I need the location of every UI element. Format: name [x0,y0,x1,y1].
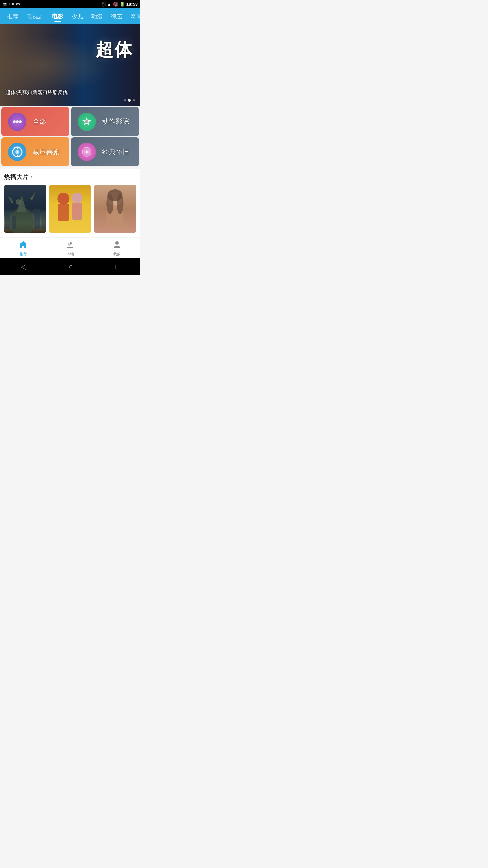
svg-rect-25 [34,209,40,229]
movie-card-comedy[interactable] [49,185,92,233]
tab-local-label: 本地 [66,252,74,257]
dot-3 [133,99,135,101]
category-comedy[interactable]: 减压喜剧 [1,137,69,166]
status-left: 📷 1 KB/s [3,2,20,6]
category-comedy-icon [8,143,26,161]
category-action-label: 动作影院 [102,117,129,126]
dot-1 [124,99,126,101]
back-button[interactable]: ◁ [21,262,26,271]
svg-point-20 [16,199,21,205]
tab-recommend-label: 推荐 [20,252,27,257]
camera-icon: 📷 [3,2,7,6]
recent-button[interactable]: □ [115,263,119,271]
battery-icon: 🔋 [120,2,125,7]
svg-rect-26 [41,214,46,229]
vibrate-icon: 📳 [100,2,106,7]
svg-rect-24 [12,216,16,229]
svg-point-30 [72,193,82,203]
svg-rect-23 [5,212,10,229]
movie-poster-comedy [49,185,92,233]
svg-marker-40 [68,241,73,246]
tab-local[interactable]: 本地 [47,238,94,258]
status-bar: 📷 1 KB/s 📳 ▲ 📵 🔋 18:53 [0,0,140,8]
svg-point-7 [17,151,18,153]
home-icon [19,240,28,251]
svg-point-14 [86,151,88,153]
svg-marker-38 [19,241,27,248]
nav-item-kids[interactable]: 少儿 [67,8,87,24]
signal-icon: 📵 [113,2,118,7]
status-right: 📳 ▲ 📵 🔋 18:53 [100,2,138,7]
svg-point-0 [13,120,16,123]
hero-banner[interactable]: 超体 超体:黑寡妇斯嘉丽炫酷复仇 [0,24,140,106]
nav-item-anime[interactable]: 动漫 [87,8,107,24]
category-all-label: 全部 [33,117,46,126]
svg-rect-29 [58,204,69,221]
category-action-icon [78,113,96,131]
wifi-icon: ▲ [107,2,111,7]
movie-row [4,185,136,233]
user-icon [113,240,121,251]
hero-dots [124,99,135,102]
svg-rect-31 [72,203,82,220]
nav-item-news[interactable]: 奇闻 [126,8,140,24]
movie-card-drama[interactable] [94,185,136,233]
hot-section: 热播大片 › [0,169,140,237]
svg-point-28 [57,193,69,205]
section-arrow[interactable]: › [30,174,32,180]
tab-my-label: 我的 [113,252,121,257]
category-action[interactable]: 动作影院 [71,107,139,136]
bottom-tab-bar: 推荐 本地 我的 [0,238,140,258]
category-classic-icon [78,143,96,161]
tab-my[interactable]: 我的 [94,238,140,258]
clock: 18:53 [126,2,138,7]
section-title: 热播大片 [4,173,28,181]
home-button[interactable]: ○ [68,263,73,271]
hero-title: 超体 [96,38,134,62]
category-all[interactable]: 全部 [1,107,69,136]
nav-item-tv[interactable]: 电视剧 [22,8,48,24]
category-all-icon [8,113,26,131]
hero-subtitle: 超体:黑寡妇斯嘉丽炫酷复仇 [5,89,68,96]
movie-card-godzilla[interactable] [4,185,46,233]
download-icon [66,240,75,251]
svg-point-1 [16,120,19,123]
category-classic-label: 经典怀旧 [102,147,129,156]
svg-point-36 [107,194,114,214]
svg-point-41 [115,241,119,245]
nav-item-recommend[interactable]: 推荐 [3,8,22,24]
dot-2 [128,99,131,102]
svg-rect-39 [67,247,73,248]
category-classic[interactable]: 经典怀旧 [71,137,139,166]
svg-point-2 [19,120,22,123]
category-grid: 全部 动作影院 减压喜剧 [0,106,140,167]
category-comedy-label: 减压喜剧 [33,147,60,156]
nav-bar: 推荐 电视剧 电影 少儿 动漫 综艺 奇闻 偶 [0,8,140,24]
movie-poster-drama [94,185,136,233]
tab-recommend[interactable]: 推荐 [0,238,47,258]
system-nav-bar: ◁ ○ □ [0,258,140,275]
svg-rect-27 [49,185,92,233]
movie-poster-godzilla [4,185,46,233]
section-header: 热播大片 › [4,173,136,181]
nav-item-movie[interactable]: 电影 [48,8,67,24]
svg-point-37 [117,194,124,214]
svg-point-4 [85,120,88,123]
network-speed: 1 KB/s [9,2,20,6]
nav-item-variety[interactable]: 综艺 [107,8,126,24]
